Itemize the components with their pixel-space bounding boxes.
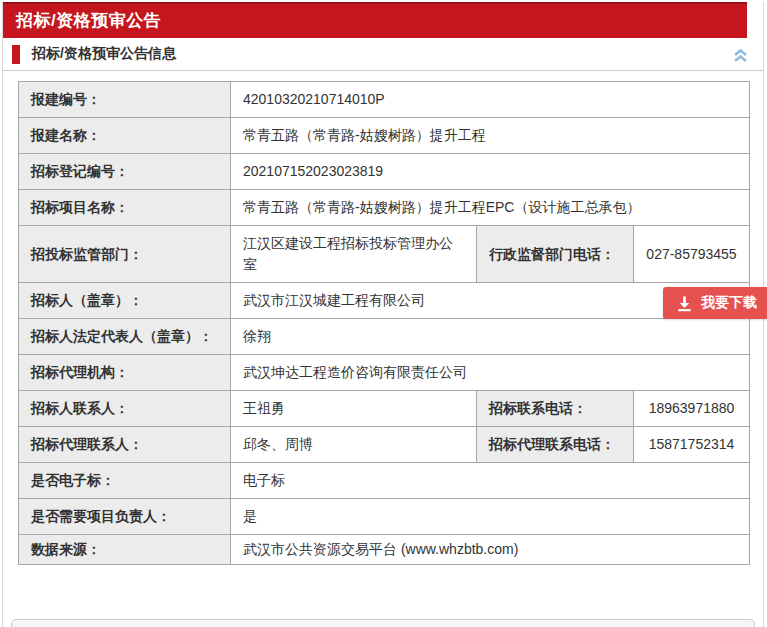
field-label: 招标人法定代表人（盖章）： <box>19 319 231 355</box>
field-value-highlighted: 电子标 <box>231 463 750 499</box>
field-value: 15871752314 <box>634 427 750 463</box>
table-row: 招投标监管部门： 江汉区建设工程招标投标管理办公室 行政监督部门电话： 027-… <box>19 226 750 283</box>
field-label: 招标代理机构： <box>19 355 231 391</box>
table-row: 报建名称： 常青五路（常青路-姑嫂树路）提升工程 <box>19 118 750 154</box>
download-button[interactable]: 我要下载 <box>663 287 767 319</box>
section-header: 招标/资格预审公告信息 <box>3 38 763 71</box>
field-label: 报建编号： <box>19 82 231 118</box>
field-label: 行政监督部门电话： <box>477 226 634 283</box>
section-title: 招标/资格预审公告信息 <box>32 45 176 63</box>
field-value: 202107152023023819 <box>231 154 750 190</box>
page-title-banner: 招标/资格预审公告 <box>3 2 747 38</box>
field-label: 招标项目名称： <box>19 190 231 226</box>
field-value: 常青五路（常青路-姑嫂树路）提升工程 <box>231 118 750 154</box>
double-chevron-up-icon <box>732 48 749 63</box>
table-row: 招标代理联系人： 邱冬、周博 招标代理联系电话： 15871752314 <box>19 427 750 463</box>
table-row: 招标人联系人： 王祖勇 招标联系电话： 18963971880 <box>19 391 750 427</box>
table-row: 数据来源： 武汉市公共资源交易平台 (www.whzbtb.com) <box>19 535 750 565</box>
field-label: 报建名称： <box>19 118 231 154</box>
field-label: 招投标监管部门： <box>19 226 231 283</box>
download-button-label: 我要下载 <box>701 294 757 312</box>
page-title: 招标/资格预审公告 <box>16 11 161 30</box>
field-value: 王祖勇 <box>231 391 477 427</box>
announcement-page: 招标/资格预审公告 招标/资格预审公告信息 报建编号： 420103202107… <box>2 2 764 627</box>
field-label: 是否需要项目负责人： <box>19 499 231 535</box>
table-row: 招标人法定代表人（盖章）： 徐翔 <box>19 319 750 355</box>
table-row: 招标代理机构： 武汉坤达工程造价咨询有限责任公司 <box>19 355 750 391</box>
field-value: 18963971880 <box>634 391 750 427</box>
table-row: 招标登记编号： 202107152023023819 <box>19 154 750 190</box>
collapse-section-button[interactable] <box>731 46 749 64</box>
field-label: 招标代理联系人： <box>19 427 231 463</box>
table-row: 报建编号： 42010320210714010P <box>19 82 750 118</box>
field-label: 招标代理联系电话： <box>477 427 634 463</box>
field-value: 徐翔 <box>231 319 750 355</box>
field-label: 招标人（盖章）： <box>19 283 231 319</box>
field-label: 数据来源： <box>19 535 231 565</box>
next-collapsed-panel[interactable] <box>11 619 755 627</box>
field-label: 招标人联系人： <box>19 391 231 427</box>
download-icon <box>676 295 693 312</box>
table-row: 招标项目名称： 常青五路（常青路-姑嫂树路）提升工程EPC（设计施工总承包） <box>19 190 750 226</box>
field-value: 江汉区建设工程招标投标管理办公室 <box>231 226 477 283</box>
field-value: 常青五路（常青路-姑嫂树路）提升工程EPC（设计施工总承包） <box>231 190 750 226</box>
table-row: 是否电子标： 电子标 <box>19 463 750 499</box>
field-value: 武汉坤达工程造价咨询有限责任公司 <box>231 355 750 391</box>
field-value: 027-85793455 <box>634 226 750 283</box>
announcement-info-table: 报建编号： 42010320210714010P 报建名称： 常青五路（常青路-… <box>18 81 750 565</box>
field-label: 招标联系电话： <box>477 391 634 427</box>
field-label: 招标登记编号： <box>19 154 231 190</box>
field-value: 邱冬、周博 <box>231 427 477 463</box>
field-value-highlighted: 是 <box>231 499 750 535</box>
table-row: 招标人（盖章）： 武汉市江汉城建工程有限公司 <box>19 283 750 319</box>
red-bullet-marker <box>12 45 20 64</box>
field-label: 是否电子标： <box>19 463 231 499</box>
field-value: 42010320210714010P <box>231 82 750 118</box>
field-value: 武汉市公共资源交易平台 (www.whzbtb.com) <box>231 535 750 565</box>
table-row: 是否需要项目负责人： 是 <box>19 499 750 535</box>
